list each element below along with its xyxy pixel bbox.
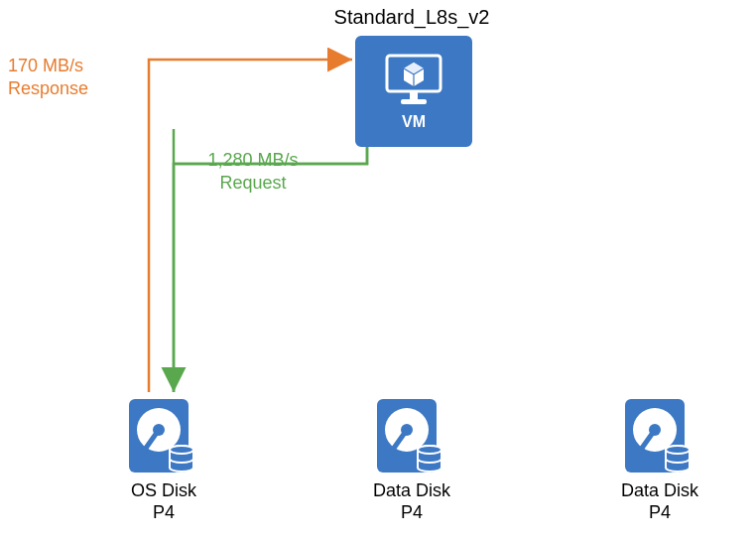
response-label: 170 MB/s Response	[8, 55, 88, 99]
vm-icon	[383, 52, 444, 109]
data-disk-1-icon	[372, 394, 447, 477]
vm-label: VM	[402, 113, 426, 131]
request-rate: 1,280 MB/s	[207, 150, 298, 170]
vm-title: Standard_L8s_v2	[327, 6, 496, 29]
data-disk-1-name: Data Disk	[373, 480, 450, 500]
diagram-canvas: 170 MB/s Response 1,280 MB/s Request Sta…	[0, 0, 756, 541]
os-disk-label: OS Disk P4	[109, 480, 218, 523]
request-text: Request	[219, 173, 286, 193]
response-arrow	[149, 60, 352, 392]
svg-rect-1	[410, 91, 418, 99]
response-text: Response	[8, 78, 88, 98]
data-disk-2-name: Data Disk	[621, 480, 698, 500]
svg-point-8	[170, 446, 193, 454]
os-disk-icon	[124, 394, 199, 477]
data-disk-2-icon	[620, 394, 695, 477]
data-disk-2-label: Data Disk P4	[605, 480, 714, 523]
svg-point-20	[666, 446, 690, 454]
svg-point-14	[418, 446, 441, 454]
svg-rect-2	[401, 99, 427, 104]
data-disk-2-tier: P4	[649, 502, 671, 522]
request-label: 1,280 MB/s Request	[193, 149, 313, 194]
data-disk-1-label: Data Disk P4	[357, 480, 466, 523]
response-rate: 170 MB/s	[8, 56, 83, 75]
data-disk-1-tier: P4	[401, 502, 423, 522]
os-disk-tier: P4	[153, 502, 175, 522]
vm-node: VM	[355, 36, 472, 147]
os-disk-name: OS Disk	[131, 480, 196, 500]
